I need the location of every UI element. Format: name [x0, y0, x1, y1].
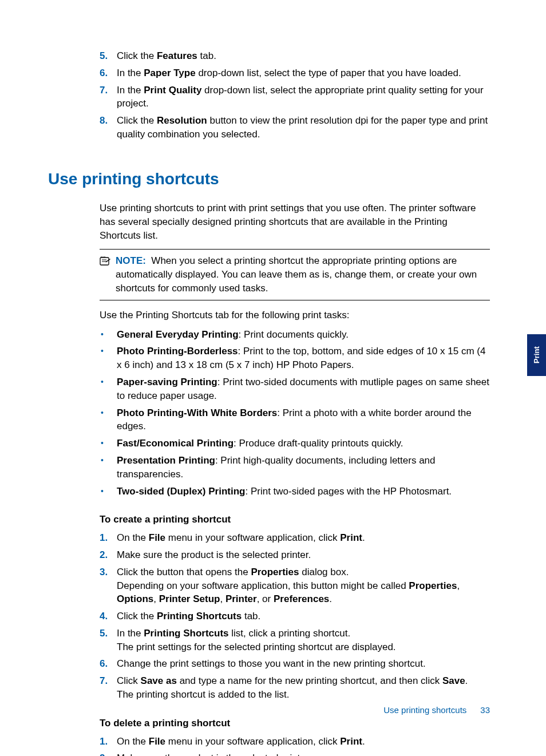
list-number: 5. — [100, 627, 117, 654]
bullet-icon: • — [100, 375, 117, 403]
note-icon — [100, 254, 116, 295]
list-text: Paper-saving Printing: Print two-sided d… — [117, 375, 490, 403]
intro-paragraph: Use printing shortcuts to print with pri… — [100, 201, 490, 242]
chapter-tab-label: Print — [531, 347, 541, 364]
list-text: Fast/Economical Printing: Produce draft-… — [117, 437, 490, 450]
chapter-tab: Print — [527, 334, 546, 376]
list-text: Click the button that opens the Properti… — [117, 565, 490, 606]
list-text: Make sure the product is the selected pr… — [117, 548, 490, 562]
list-item: 1.On the File menu in your software appl… — [100, 735, 490, 749]
list-number: 3. — [100, 565, 117, 606]
list-item: 7.Click Save as and type a name for the … — [100, 674, 490, 702]
bullet-icon: • — [100, 437, 117, 450]
list-item: 2.Make sure the product is the selected … — [100, 751, 490, 756]
list-text: General Everyday Printing: Print documen… — [117, 328, 490, 342]
list-text: Photo Printing-With White Borders: Print… — [117, 406, 490, 434]
page-footer: Use printing shortcuts 33 — [383, 704, 490, 716]
list-number: 7. — [100, 84, 117, 111]
list-text: On the File menu in your software applic… — [117, 531, 490, 545]
subheading-create-shortcut: To create a printing shortcut — [100, 513, 490, 527]
footer-section-link[interactable]: Use printing shortcuts — [383, 704, 466, 716]
list-item: •General Everyday Printing: Print docume… — [100, 328, 490, 342]
list-item: •Presentation Printing: Print high-quali… — [100, 454, 490, 481]
note-label: NOTE: — [116, 255, 146, 266]
list-text: In the Paper Type drop-down list, select… — [117, 66, 490, 80]
heading-use-printing-shortcuts: Use printing shortcuts — [48, 168, 490, 190]
list-item: •Photo Printing-With White Borders: Prin… — [100, 406, 490, 434]
note-box: NOTE: When you select a printing shortcu… — [100, 249, 490, 300]
list-text: In the Print Quality drop-down list, sel… — [117, 84, 490, 111]
bullet-icon: • — [100, 454, 117, 481]
list-text: On the File menu in your software applic… — [117, 735, 490, 749]
delete-ordered-list: 1.On the File menu in your software appl… — [100, 735, 490, 756]
list-number: 8. — [100, 114, 117, 141]
list-item: 6.Change the print settings to those you… — [100, 657, 490, 671]
tasks-list: •General Everyday Printing: Print docume… — [100, 328, 490, 498]
list-text: Photo Printing-Borderless: Print to the … — [117, 345, 490, 372]
bullet-icon: • — [100, 485, 117, 498]
list-number: 6. — [100, 66, 117, 80]
bullet-icon: • — [100, 345, 117, 372]
list-item: 7.In the Print Quality drop-down list, s… — [100, 84, 490, 111]
list-item: 1.On the File menu in your software appl… — [100, 531, 490, 545]
list-item: •Photo Printing-Borderless: Print to the… — [100, 345, 490, 372]
list-text: Make sure the product is the selected pr… — [117, 751, 490, 756]
list-item: 5.Click the Features tab. — [100, 49, 490, 63]
list-number: 7. — [100, 674, 117, 702]
list-text: Click the Features tab. — [117, 49, 490, 63]
list-item: 8.Click the Resolution button to view th… — [100, 114, 490, 141]
list-text: Presentation Printing: Print high-qualit… — [117, 454, 490, 481]
list-item: 2.Make sure the product is the selected … — [100, 548, 490, 562]
list-text: Click the Resolution button to view the … — [117, 114, 490, 141]
note-body: When you select a printing shortcut the … — [116, 255, 477, 294]
list-number: 1. — [100, 735, 117, 749]
list-number: 5. — [100, 49, 117, 63]
list-item: 4.Click the Printing Shortcuts tab. — [100, 609, 490, 623]
bullet-icon: • — [100, 406, 117, 434]
subheading-delete-shortcut: To delete a printing shortcut — [100, 717, 490, 730]
bullet-icon: • — [100, 328, 117, 342]
list-item: •Fast/Economical Printing: Produce draft… — [100, 437, 490, 450]
note-text: NOTE: When you select a printing shortcu… — [116, 254, 490, 295]
list-item: 6.In the Paper Type drop-down list, sele… — [100, 66, 490, 80]
list-number: 6. — [100, 657, 117, 671]
list-item: •Two-sided (Duplex) Printing: Print two-… — [100, 485, 490, 498]
list-text: In the Printing Shortcuts list, click a … — [117, 627, 490, 654]
list-number: 2. — [100, 751, 117, 756]
list-text: Click Save as and type a name for the ne… — [117, 674, 490, 702]
footer-page-number: 33 — [480, 704, 490, 716]
list-number: 2. — [100, 548, 117, 562]
list-text: Click the Printing Shortcuts tab. — [117, 609, 490, 623]
list-item: 3.Click the button that opens the Proper… — [100, 565, 490, 606]
list-item: •Paper-saving Printing: Print two-sided … — [100, 375, 490, 403]
create-ordered-list: 1.On the File menu in your software appl… — [100, 531, 490, 702]
list-text: Two-sided (Duplex) Printing: Print two-s… — [117, 485, 490, 498]
top-ordered-list: 5.Click the Features tab.6.In the Paper … — [100, 49, 490, 141]
list-item: 5.In the Printing Shortcuts list, click … — [100, 627, 490, 654]
list-number: 1. — [100, 531, 117, 545]
list-number: 4. — [100, 609, 117, 623]
list-text: Change the print settings to those you w… — [117, 657, 490, 671]
tasks-intro: Use the Printing Shortcuts tab for the f… — [100, 308, 490, 322]
